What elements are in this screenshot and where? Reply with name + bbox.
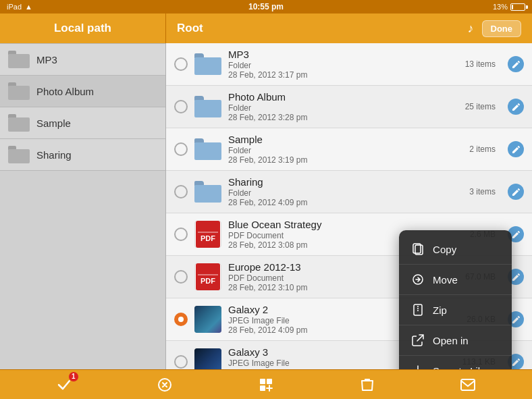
header-actions: ♪ Done [468,20,522,37]
radio-galaxy2[interactable] [174,313,188,326]
svg-rect-14 [260,379,265,384]
svg-text:PDF: PDF [201,277,215,285]
header: Local path Root ♪ Done [0,14,532,43]
context-move-label: Move [433,274,458,286]
move-icon [410,271,426,288]
main-area: MP3 Photo Album Sample Sharing [0,43,532,369]
thumb-galaxy2 [194,306,221,333]
file-name-photo-album: Photo Album [228,91,458,103]
svg-rect-17 [461,379,475,390]
file-meta-photo-album: Folder28 Feb, 2012 3:28 pm [228,103,458,122]
file-info-photo-album: Photo Album Folder28 Feb, 2012 3:28 pm [228,91,458,122]
carrier-label: iPad [7,3,22,11]
sidebar-label-mp3: MP3 [36,54,57,65]
transfer-button[interactable] [252,373,280,397]
file-name-mp3: MP3 [228,49,458,60]
file-name-sharing: Sharing [228,176,462,188]
radio-galaxy3[interactable] [174,355,188,369]
file-name-blue-ocean: Blue Ocean Strategy [228,219,463,230]
context-menu-move[interactable]: Move [399,265,512,295]
folder-icon-small [8,51,30,68]
sidebar-label-photo-album: Photo Album [36,86,94,97]
edit-btn-sharing[interactable] [508,184,524,200]
badge: 1 [68,371,79,382]
context-menu-copy[interactable]: Copy [399,234,512,265]
edit-btn-mp3[interactable] [508,56,524,72]
file-meta-mp3: Folder28 Feb, 2012 3:17 pm [228,61,458,80]
delete-button[interactable] [354,373,381,397]
file-name-sample: Sample [228,134,462,145]
file-item-photo-album: Photo Album Folder28 Feb, 2012 3:28 pm 2… [166,86,532,128]
svg-rect-2 [198,232,218,233]
file-info-sharing: Sharing Folder28 Feb, 2012 4:09 pm [228,176,462,207]
context-open-in-label: Open in [433,335,469,346]
file-info-mp3: MP3 Folder28 Feb, 2012 3:17 pm [228,49,458,80]
file-item-sample: Sample Folder28 Feb, 2012 3:19 pm 2 item… [166,128,532,171]
time-label: 10:55 pm [248,2,284,11]
zip-icon [410,302,426,318]
sidebar-label-sharing: Sharing [36,149,72,161]
radio-europe[interactable] [174,270,188,284]
edit-btn-sample[interactable] [508,141,524,157]
svg-rect-16 [260,385,265,391]
file-meta-sharing: Folder28 Feb, 2012 4:09 pm [228,188,462,207]
thumb-blue-ocean: PDF [194,221,221,248]
main-header: Root ♪ Done [166,14,532,43]
svg-text:PDF: PDF [201,234,215,242]
thumb-photo-album [194,93,221,120]
root-title: Root [177,22,203,35]
file-item-mp3: MP3 Folder28 Feb, 2012 3:17 pm 13 items [166,43,532,86]
sidebar: MP3 Photo Album Sample Sharing [0,43,166,369]
sidebar-item-sharing[interactable]: Sharing [0,139,165,171]
music-icon: ♪ [468,22,474,36]
sidebar-label-sample: Sample [36,117,71,129]
local-path-title: Local path [54,22,111,35]
svg-rect-15 [267,379,272,384]
sidebar-item-photo-album[interactable]: Photo Album [0,76,165,107]
sidebar-header: Local path [0,14,166,43]
svg-rect-5 [198,274,218,275]
file-info-sample: Sample Folder28 Feb, 2012 3:19 pm [228,134,462,165]
radio-mp3[interactable] [174,57,188,71]
checkmark-button[interactable]: 1 [51,373,78,397]
thumb-europe: PDF [194,263,221,290]
context-copy-label: Copy [433,244,456,255]
context-save-label: Save to Library [433,365,501,370]
radio-sharing[interactable] [174,185,188,198]
toolbar: 1 [0,369,532,399]
battery-percent: 13% [493,3,508,11]
file-list: MP3 Folder28 Feb, 2012 3:17 pm 13 items … [166,43,532,369]
mail-button[interactable] [454,373,481,397]
status-bar: iPad ▲ 10:55 pm 13% [0,0,532,14]
context-menu-save[interactable]: Save to Library [399,356,512,369]
radio-sample[interactable] [174,142,188,156]
cancel-button[interactable] [151,373,178,397]
status-left: iPad ▲ [7,3,32,11]
file-size-sharing: 3 items [469,187,496,196]
done-button[interactable]: Done [482,20,522,37]
battery-icon [510,3,525,11]
thumb-mp3 [194,51,221,78]
thumb-sharing [194,178,221,205]
context-zip-label: Zip [433,304,447,316]
wifi-icon: ▲ [25,3,32,11]
galaxy3-thumbnail [194,348,221,369]
sidebar-item-sample[interactable]: Sample [0,107,165,139]
folder-icon-small [8,146,30,163]
file-size-mp3: 13 items [465,59,496,69]
radio-photo-album[interactable] [174,100,188,113]
context-menu: Copy Move [399,230,512,369]
file-size-sample: 2 items [469,144,496,154]
edit-btn-photo-album[interactable] [508,99,524,115]
copy-icon [410,241,426,257]
folder-icon-small [8,114,30,132]
save-icon [410,363,426,369]
open-in-icon [410,332,426,348]
sidebar-item-mp3[interactable]: MP3 [0,43,165,76]
file-meta-sample: Folder28 Feb, 2012 3:19 pm [228,146,462,165]
context-menu-zip[interactable]: Zip [399,295,512,325]
radio-blue-ocean[interactable] [174,228,188,241]
thumb-sample [194,136,221,163]
context-menu-open-in[interactable]: Open in [399,325,512,356]
file-item-galaxy3: Galaxy 3 JPEG Image File28 Feb, 2012 4:0… [166,341,532,369]
